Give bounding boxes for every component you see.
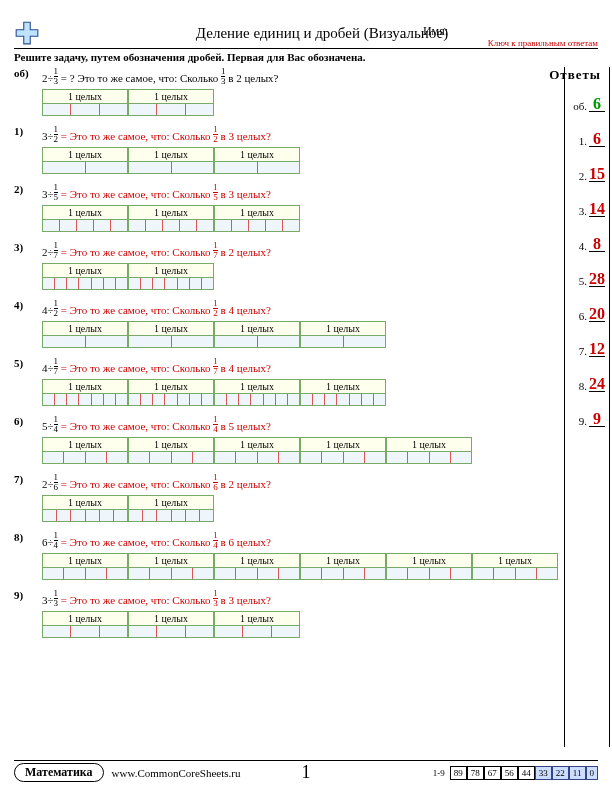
whole-label: 1 целых xyxy=(301,554,385,568)
fraction-segments xyxy=(215,220,299,231)
problem-text: 3÷15 = Это то же самое, что: Сколько 15 … xyxy=(42,183,271,202)
whole-label: 1 целых xyxy=(129,380,213,394)
fraction-segments xyxy=(43,394,127,405)
answer-value: 6 xyxy=(593,95,601,112)
whole-label: 1 целых xyxy=(129,322,213,336)
whole-bar: 1 целых xyxy=(472,553,558,580)
answer-value: 9 xyxy=(593,410,601,427)
whole-label: 1 целых xyxy=(43,90,127,104)
fraction-segments xyxy=(43,510,127,521)
whole-label: 1 целых xyxy=(129,206,213,220)
problem: об)2÷13 = ? Это то же самое, что: Скольк… xyxy=(14,67,558,116)
whole-label: 1 целых xyxy=(215,148,299,162)
whole-bar: 1 целых xyxy=(128,611,214,638)
fraction-segments xyxy=(301,336,385,347)
answer-line: 28 xyxy=(589,268,605,287)
answer-line: 8 xyxy=(589,233,605,252)
score-strip: 1-9 89786756443322110 xyxy=(433,768,598,778)
visual-model: 1 целых1 целых xyxy=(42,89,558,116)
fraction-segments xyxy=(215,568,299,579)
answer-line: 14 xyxy=(589,198,605,217)
fraction-segments xyxy=(129,626,213,637)
score-cell: 33 xyxy=(535,766,552,780)
problem: 7)2÷16 = Это то же самое, что: Сколько 1… xyxy=(14,473,558,522)
answer-value: 20 xyxy=(589,305,605,322)
whole-label: 1 целых xyxy=(129,496,213,510)
fraction-segments xyxy=(215,336,299,347)
whole-label: 1 целых xyxy=(215,206,299,220)
whole-bar: 1 целых xyxy=(42,495,128,522)
fraction-segments xyxy=(387,452,471,463)
problem-number: 1) xyxy=(14,125,36,137)
problem: 8)6÷14 = Это то же самое, что: Сколько 1… xyxy=(14,531,558,580)
answer-row: 2.15 xyxy=(569,163,605,182)
whole-label: 1 целых xyxy=(301,380,385,394)
score-cell: 22 xyxy=(552,766,569,780)
fraction-segments xyxy=(129,568,213,579)
whole-label: 1 целых xyxy=(43,554,127,568)
problems-column: об)2÷13 = ? Это то же самое, что: Скольк… xyxy=(14,67,564,747)
footer: Математика www.CommonCoreSheets.ru 1 1-9… xyxy=(14,760,598,782)
whole-label: 1 целых xyxy=(215,612,299,626)
problem-number: 2) xyxy=(14,183,36,195)
whole-bar: 1 целых xyxy=(128,321,214,348)
whole-label: 1 целых xyxy=(129,264,213,278)
answer-key-label: Ключ к правильным ответам xyxy=(488,38,598,48)
whole-label: 1 целых xyxy=(129,612,213,626)
whole-bar: 1 целых xyxy=(42,147,128,174)
fraction-segments xyxy=(215,162,299,173)
answer-line: 20 xyxy=(589,303,605,322)
answer-row: 7.12 xyxy=(569,338,605,357)
whole-label: 1 целых xyxy=(215,380,299,394)
score-cell: 56 xyxy=(501,766,518,780)
answers-column: Ответы об.61.62.153.144.85.286.207.128.2… xyxy=(564,67,610,747)
whole-bar: 1 целых xyxy=(42,205,128,232)
whole-bar: 1 целых xyxy=(42,263,128,290)
whole-bar: 1 целых xyxy=(128,553,214,580)
problem: 3)2÷17 = Это то же самое, что: Сколько 1… xyxy=(14,241,558,290)
visual-model: 1 целых1 целых1 целых1 целых xyxy=(42,379,558,406)
fraction-segments xyxy=(129,452,213,463)
answer-index: 2. xyxy=(569,170,589,182)
score-cell: 89 xyxy=(450,766,467,780)
fraction-segments xyxy=(215,452,299,463)
fraction-segments xyxy=(129,510,213,521)
fraction-segments xyxy=(43,336,127,347)
score-range: 1-9 xyxy=(433,768,445,778)
whole-label: 1 целых xyxy=(215,322,299,336)
answer-index: об. xyxy=(569,100,589,112)
fraction-segments xyxy=(215,394,299,405)
whole-bar: 1 целых xyxy=(128,89,214,116)
problem-number: 8) xyxy=(14,531,36,543)
whole-bar: 1 целых xyxy=(300,379,386,406)
fraction-segments xyxy=(43,104,127,115)
whole-label: 1 целых xyxy=(43,612,127,626)
fraction-segments xyxy=(129,336,213,347)
whole-label: 1 целых xyxy=(387,554,471,568)
fraction-segments xyxy=(43,162,127,173)
whole-bar: 1 целых xyxy=(42,89,128,116)
answer-index: 4. xyxy=(569,240,589,252)
fraction-segments xyxy=(301,568,385,579)
whole-label: 1 целых xyxy=(43,438,127,452)
problem-number: 3) xyxy=(14,241,36,253)
name-label: Имя: xyxy=(423,24,448,39)
whole-label: 1 целых xyxy=(129,438,213,452)
fraction-segments xyxy=(129,162,213,173)
answer-index: 8. xyxy=(569,380,589,392)
score-cell: 67 xyxy=(484,766,501,780)
problem-number: 4) xyxy=(14,299,36,311)
whole-label: 1 целых xyxy=(215,438,299,452)
fraction-segments xyxy=(129,278,213,289)
plus-icon xyxy=(14,20,40,46)
problem: 5)4÷17 = Это то же самое, что: Сколько 1… xyxy=(14,357,558,406)
visual-model: 1 целых1 целых xyxy=(42,495,558,522)
answer-index: 6. xyxy=(569,310,589,322)
fraction-segments xyxy=(301,452,385,463)
whole-label: 1 целых xyxy=(301,438,385,452)
answer-row: 9.9 xyxy=(569,408,605,427)
whole-label: 1 целых xyxy=(473,554,557,568)
problem-number: об) xyxy=(14,67,36,79)
whole-bar: 1 целых xyxy=(42,379,128,406)
whole-bar: 1 целых xyxy=(300,553,386,580)
